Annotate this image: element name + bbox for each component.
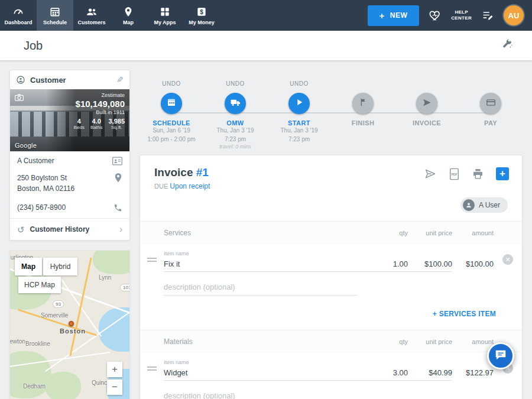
chat-fab-button[interactable]: [487, 342, 514, 369]
location-pin-icon[interactable]: [114, 173, 122, 184]
material-name-input[interactable]: [164, 367, 358, 381]
sqft-label: Sq.ft.: [108, 125, 125, 130]
edit-customer-icon[interactable]: ✎: [116, 75, 124, 85]
address-line2: Boston, MA 02116: [17, 184, 74, 193]
main-column: UNDO SCHEDULE Sun, Jan 6 '19 1:00 pm - 2…: [140, 70, 523, 399]
content: Customer ✎ Zestimate $10,149,080 Built i…: [0, 60, 532, 399]
services-section-title: Services: [164, 229, 358, 237]
qty-column-header: qty: [358, 229, 408, 236]
material-qty-input[interactable]: [358, 367, 408, 381]
service-description-input[interactable]: [164, 281, 358, 296]
map-label-dedham: Dedham: [23, 383, 46, 390]
map-type-hybrid-button[interactable]: Hybrid: [43, 258, 77, 275]
finish-step-button[interactable]: [352, 93, 374, 114]
nav-item-map[interactable]: Map: [110, 0, 147, 31]
customer-card-title: Customer: [30, 76, 66, 85]
svg-text:PDF: PDF: [451, 172, 457, 176]
nav-label: Customers: [77, 20, 105, 25]
pdf-icon[interactable]: PDF: [449, 168, 460, 180]
invoice-title-text: Invoice: [154, 166, 193, 179]
step-label: OMW: [203, 119, 267, 126]
help-center-link[interactable]: HELP CENTER: [451, 9, 472, 21]
map-park: [46, 372, 81, 399]
step-date: Thu, Jan 3 '19: [267, 126, 331, 135]
calendar-icon: [166, 97, 177, 110]
notes-edit-icon[interactable]: [481, 9, 494, 22]
assigned-user-chip[interactable]: A User: [460, 197, 508, 213]
contact-card-icon[interactable]: [112, 157, 122, 167]
service-description-row: [140, 273, 522, 299]
pay-step-button[interactable]: [480, 93, 501, 114]
step-label: INVOICE: [395, 119, 459, 126]
address-line1: 250 Boylston St: [17, 174, 67, 182]
omw-step-button[interactable]: [225, 93, 246, 114]
invoice-due-row: DUE Upon receipt: [154, 182, 508, 190]
nav-right: + NEW HELP CENTER AU: [368, 0, 532, 31]
zestimate-label: Zestimate: [101, 92, 125, 98]
zoom-in-button[interactable]: +: [107, 362, 122, 377]
drag-handle[interactable]: [147, 258, 157, 259]
undo-start-button[interactable]: UNDO: [267, 80, 331, 89]
map-park: [93, 250, 130, 274]
step-date: Thu, Jan 3 '19: [203, 126, 267, 135]
remove-service-item-button[interactable]: ✕: [502, 254, 513, 265]
start-step-button[interactable]: [288, 93, 310, 114]
avatar[interactable]: AU: [504, 5, 524, 25]
user-avatar-icon: [463, 199, 475, 211]
map-label-newton: Newton: [9, 338, 25, 345]
phone-icon[interactable]: [113, 203, 122, 214]
customer-history-button[interactable]: ↺ Customer History ›: [10, 218, 129, 240]
map-type-hcp-button[interactable]: HCP Map: [18, 277, 61, 293]
customer-phone-row: (234) 567-8900: [10, 198, 129, 218]
send-invoice-icon[interactable]: [424, 168, 437, 180]
nav-label: Dashboard: [4, 20, 32, 25]
svg-text:$: $: [200, 8, 203, 15]
service-name-input[interactable]: [164, 258, 358, 272]
nav-item-my-money[interactable]: $ My Money: [183, 0, 220, 31]
nav-item-my-apps[interactable]: My Apps: [147, 0, 183, 31]
page-title: Job: [24, 39, 43, 53]
due-terms-link[interactable]: Upon receipt: [170, 182, 210, 190]
customer-card-header: Customer ✎: [10, 70, 129, 89]
service-qty-input[interactable]: [358, 258, 408, 272]
amount-column-header: amount: [452, 229, 494, 236]
flag-icon: [358, 98, 368, 109]
route-93-badge: 93: [53, 300, 64, 308]
drag-handle[interactable]: [147, 366, 157, 368]
material-description-input[interactable]: [164, 390, 358, 399]
nav-label: Schedule: [43, 20, 67, 25]
map-park: [9, 351, 51, 398]
add-services-item-button[interactable]: + SERVICES ITEM: [140, 299, 522, 330]
job-location-marker[interactable]: [69, 321, 74, 326]
play-icon: [294, 98, 304, 109]
map-type-map-button[interactable]: Map: [15, 258, 42, 275]
nav-item-customers[interactable]: Customers: [73, 0, 110, 31]
invoice-step-button[interactable]: [416, 93, 437, 114]
undo-omw-button[interactable]: UNDO: [203, 80, 267, 89]
credit-card-icon: [486, 98, 496, 110]
nav-item-schedule[interactable]: Schedule: [37, 0, 73, 31]
google-logo: Google: [15, 142, 37, 149]
materials-section-title: Materials: [164, 338, 358, 346]
schedule-step-button[interactable]: [161, 93, 182, 114]
print-icon[interactable]: [472, 168, 484, 180]
job-tools-icon[interactable]: [500, 38, 513, 53]
health-heart-icon[interactable]: [429, 9, 442, 22]
built-year: Built in 1911: [96, 109, 125, 115]
undo-schedule-button[interactable]: UNDO: [140, 80, 203, 89]
timeline-step-pay: PAY: [459, 80, 523, 148]
undo-placeholder: [459, 80, 523, 89]
zoom-out-button[interactable]: −: [107, 379, 122, 395]
step-time: 1:00 pm - 2:00 pm: [140, 135, 203, 144]
service-unit-price-input[interactable]: [408, 258, 452, 272]
material-unit-price-input[interactable]: [408, 367, 452, 381]
map-label-somerville: Somerville: [41, 312, 69, 319]
nav-item-dashboard[interactable]: Dashboard: [0, 0, 37, 31]
invoice-card: Invoice #1 DUE Upon receipt PDF: [140, 155, 523, 399]
sub-header: Job: [0, 31, 532, 60]
assigned-user-name: A User: [479, 201, 500, 209]
new-button[interactable]: + NEW: [368, 5, 420, 26]
add-invoice-item-button[interactable]: +: [496, 167, 509, 180]
map-widget[interactable]: Burlington Lynn 107 93 Somerville Boston…: [9, 250, 130, 399]
help-center-line1: HELP: [451, 9, 472, 15]
